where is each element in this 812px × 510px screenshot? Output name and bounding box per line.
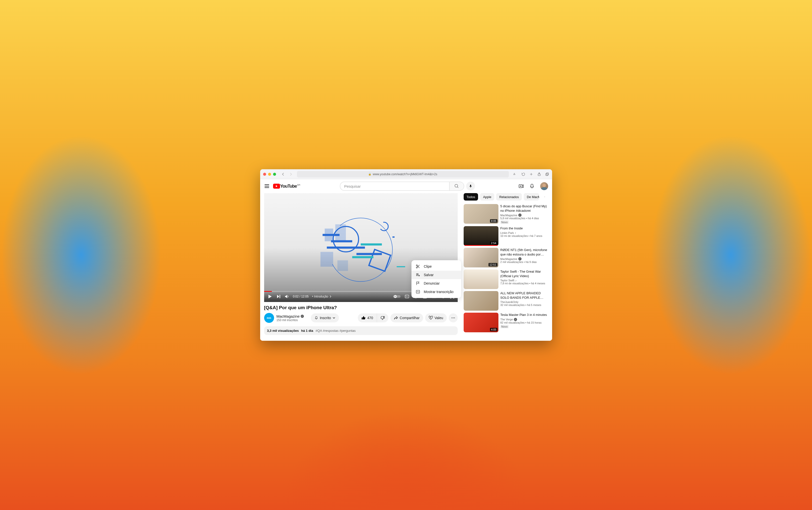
subscriber-count: 153 mil inscritos <box>277 318 304 322</box>
related-channel: TheJuan&Only <box>500 301 548 304</box>
thumbnail: 12:51 <box>464 248 498 267</box>
subtitles-button[interactable] <box>405 294 409 299</box>
thumbnail: 2:54 <box>464 226 498 246</box>
next-button[interactable] <box>276 294 281 299</box>
flag-icon <box>415 281 420 286</box>
related-title: Tesla Master Plan 3 in 4 minutes <box>500 313 548 317</box>
volume-button[interactable] <box>285 294 289 299</box>
svg-rect-25 <box>405 295 409 298</box>
music-icon: ♪ <box>515 279 517 282</box>
view-count: 3,3 mil visualizações <box>267 329 299 333</box>
autoplay-toggle[interactable] <box>393 295 401 298</box>
related-title: Taylor Swift - The Great War (Official L… <box>500 270 548 278</box>
new-tab-icon[interactable] <box>529 172 533 176</box>
verified-icon: ✓ <box>301 315 304 318</box>
dislike-button[interactable] <box>377 313 388 322</box>
like-button[interactable]: 470 <box>358 313 377 322</box>
chip-related[interactable]: Relacionados <box>496 193 522 201</box>
ellipsis-icon <box>451 316 456 320</box>
address-bar[interactable]: 🔒 www.youtube.com/watch?v=jMk6GWT-Im4&t=… <box>297 171 509 177</box>
related-meta: 10 mi de visualizações • há 7 anos <box>500 234 548 237</box>
forward-button[interactable] <box>289 172 292 176</box>
svg-text:⁂: ⁂ <box>513 173 515 175</box>
svg-point-9 <box>380 222 388 231</box>
svg-rect-18 <box>336 224 346 241</box>
safari-toolbar: 🔒 www.youtube.com/watch?v=jMk6GWT-Im4&t=… <box>260 169 552 179</box>
chip-all[interactable]: Todos <box>464 193 478 201</box>
related-meta: 32 mil visualizações • há 5 meses <box>500 304 548 307</box>
verified-icon: ✓ <box>518 257 522 260</box>
related-channel: Linkin Park♪ <box>500 231 548 234</box>
hashtags[interactable]: #QA #respostas #perguntas <box>316 329 355 333</box>
subscribe-button[interactable]: Inscrito <box>311 313 339 322</box>
related-meta: 5,8 mil visualizações • há 4 dias <box>500 217 548 220</box>
related-channel: The Verge✓ <box>500 318 548 321</box>
related-video-item[interactable]: Taylor Swift - The Great War (Official L… <box>464 270 548 289</box>
menu-item-transcript[interactable]: Mostrar transcrição <box>411 288 461 296</box>
chip-from-channel[interactable]: De MacMag <box>524 193 539 201</box>
playlist-add-icon <box>415 273 420 277</box>
description-box[interactable]: 3,3 mil visualizações há 1 dia #QA #resp… <box>264 326 458 335</box>
svg-rect-37 <box>416 290 420 293</box>
related-video-item[interactable]: ALL NEW APPLE BRAIDED SOLO BANDS FOR APP… <box>464 291 548 311</box>
country-code: BR <box>297 184 300 186</box>
create-button[interactable] <box>518 183 524 189</box>
thumbnail <box>464 270 498 289</box>
safari-nav <box>282 172 292 176</box>
related-channel: MacMagazine✓ <box>500 214 548 217</box>
chapter-indicator[interactable]: • Introdução <box>312 295 332 298</box>
time-display: 0:02 / 12:05 <box>293 295 309 298</box>
duration-badge: 12:51 <box>489 263 497 266</box>
svg-point-24 <box>394 295 397 298</box>
menu-item-save[interactable]: Salvar <box>411 271 461 279</box>
watch-progress <box>464 245 498 246</box>
play-button[interactable] <box>267 294 272 299</box>
thumbs-down-icon <box>380 316 385 320</box>
video-meta-row: mm MacMagazine ✓ 153 mil inscritos Inscr… <box>264 313 458 323</box>
related-video-item[interactable]: 8:055 dicas do app Buscar (Find My) no i… <box>464 204 548 224</box>
related-video-item[interactable]: 4:05Tesla Master Plan 3 in 4 minutesThe … <box>464 313 548 332</box>
svg-point-34 <box>454 318 455 318</box>
youtube-play-icon <box>273 184 280 189</box>
translate-icon[interactable]: ⁂ <box>513 172 517 176</box>
voice-search-button[interactable] <box>466 182 475 191</box>
reload-icon[interactable] <box>521 172 525 176</box>
channel-name[interactable]: MacMagazine ✓ <box>277 314 304 318</box>
search-button[interactable] <box>449 182 464 191</box>
account-avatar[interactable] <box>540 182 548 190</box>
more-actions-menu: Clipe Salvar Denunciar Mostrar tran <box>411 260 461 298</box>
related-video-item[interactable]: 2:54From the InsideLinkin Park♪10 mi de … <box>464 226 548 246</box>
youtube-logo[interactable]: YouTube BR <box>273 184 297 189</box>
maximize-window-button[interactable] <box>273 173 276 176</box>
related-title: ALL NEW APPLE BRAIDED SOLO BANDS FOR APP… <box>500 291 548 300</box>
related-video-item[interactable]: 12:51RØDE NT1 (5th Gen), microfone que n… <box>464 248 548 267</box>
share-icon[interactable] <box>537 172 541 176</box>
menu-item-clip[interactable]: Clipe <box>411 262 461 271</box>
bell-icon <box>314 316 318 320</box>
menu-item-report[interactable]: Denunciar <box>411 279 461 288</box>
minimize-window-button[interactable] <box>268 173 271 176</box>
close-window-button[interactable] <box>263 173 266 176</box>
search-input[interactable] <box>340 182 449 191</box>
thumbnail: 8:05 <box>464 204 498 224</box>
bell-icon <box>529 183 535 189</box>
chips-scroll-right[interactable] <box>541 193 548 201</box>
window-controls <box>263 173 276 176</box>
svg-rect-20 <box>338 260 348 271</box>
youtube-page: YouTube BR <box>260 179 552 341</box>
chip-apple[interactable]: Apple <box>480 193 494 201</box>
filter-chips: Todos Apple Relacionados De MacMag <box>464 193 548 201</box>
thanks-button[interactable]: $ Valeu <box>425 313 447 322</box>
share-button[interactable]: Compartilhar <box>390 313 423 322</box>
back-button[interactable] <box>282 172 285 176</box>
notifications-button[interactable] <box>529 183 535 189</box>
channel-avatar[interactable]: mm <box>264 313 274 323</box>
sidebar-column: Todos Apple Relacionados De MacMag 8:055… <box>464 193 548 341</box>
tabs-icon[interactable] <box>545 172 549 176</box>
more-actions-button[interactable] <box>449 313 458 322</box>
svg-rect-5 <box>470 185 471 187</box>
menu-button[interactable] <box>264 183 270 189</box>
youtube-header: YouTube BR <box>260 179 552 193</box>
svg-rect-10 <box>369 250 390 271</box>
related-channel: Taylor Swift♪ <box>500 279 548 282</box>
